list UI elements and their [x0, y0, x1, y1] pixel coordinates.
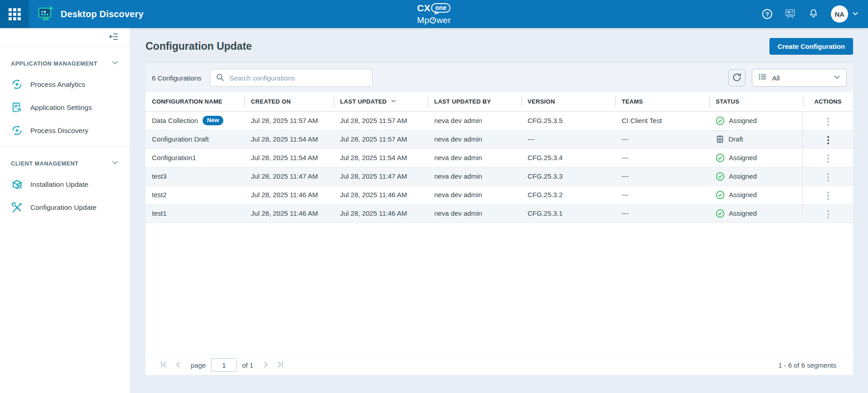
table-row[interactable]: test1Jul 28, 2025 11:46 AMJul 28, 2025 1… [146, 204, 853, 223]
configurations-table-panel: CONFIGURATION NAMECREATED ONLAST UPDATED… [146, 92, 853, 375]
previous-page-button[interactable] [171, 360, 185, 370]
check-circle-icon [716, 116, 725, 125]
row-actions-menu-button[interactable] [824, 134, 833, 147]
cell-created-on: Jul 28, 2025 11:46 AM [245, 185, 334, 204]
search-box [210, 69, 373, 87]
process-discovery-icon [11, 124, 23, 137]
cell-last-updated: Jul 28, 2025 11:46 AM [334, 204, 428, 223]
row-actions-menu-button[interactable] [824, 152, 833, 165]
cell-status: Draft [709, 130, 803, 148]
cell-last-updated: Jul 28, 2025 11:46 AM [334, 185, 428, 204]
notifications-bell-icon [808, 8, 819, 20]
chevron-down-icon [111, 159, 119, 168]
column-header-last-updated-by[interactable]: LAST UPDATED BY [428, 92, 521, 111]
search-input[interactable] [228, 74, 367, 82]
collapse-sidebar-icon [108, 31, 119, 43]
configuration-update-icon [11, 201, 23, 213]
row-actions-menu-button[interactable] [824, 115, 833, 128]
configurations-table: CONFIGURATION NAMECREATED ONLAST UPDATED… [146, 92, 853, 223]
new-badge: New [203, 116, 224, 125]
cell-actions [803, 111, 853, 130]
column-header-created-on[interactable]: CREATED ON [245, 92, 334, 111]
row-actions-menu-button[interactable] [824, 189, 833, 202]
cell-actions [803, 130, 853, 148]
desktop-discovery-logo-icon [36, 4, 56, 24]
logo-mpower-right: wer [437, 16, 451, 24]
refresh-icon [732, 72, 742, 84]
table-row[interactable]: Configuration DraftJul 28, 2025 11:54 AM… [146, 130, 853, 148]
pagination-bar: page of 1 1 - 6 of 6 segments [146, 355, 853, 375]
cell-status: Assigned [709, 185, 803, 204]
refresh-button[interactable] [728, 69, 745, 86]
column-header-configuration-name[interactable]: CONFIGURATION NAME [146, 92, 245, 111]
section-header-application-management[interactable]: APPLICATION MANAGEMENT [0, 54, 130, 73]
cell-status: Assigned [709, 111, 803, 130]
left-navigation-sidebar: APPLICATION MANAGEMENT [0, 28, 130, 393]
table-row[interactable]: Data CollectionNewJul 28, 2025 11:57 AMJ… [146, 111, 853, 130]
cell-version: CFG.25.3.2 [521, 185, 615, 204]
logo-one-bubble: one [431, 3, 451, 13]
create-configuration-button[interactable]: Create Configuration [769, 38, 853, 55]
cell-actions [803, 204, 853, 223]
cell-version: --- [521, 130, 615, 148]
cell-status: Assigned [709, 148, 803, 167]
user-menu-button[interactable] [852, 10, 859, 19]
toolbar-right: All [728, 69, 847, 87]
collapse-sidebar-button[interactable] [107, 30, 120, 44]
cell-last-updated: Jul 28, 2025 11:47 AM [334, 167, 428, 185]
cell-created-on: Jul 28, 2025 11:57 AM [245, 111, 334, 130]
table-row[interactable]: Configuration1Jul 28, 2025 11:54 AMJul 2… [146, 148, 853, 167]
check-circle-icon [716, 172, 725, 181]
cell-version: CFG.25.3.5 [521, 111, 615, 130]
cell-created-on: Jul 28, 2025 11:54 AM [245, 148, 334, 167]
sidebar-item-label: Process Discovery [30, 127, 88, 135]
page-header: Configuration Update Create Configuratio… [146, 36, 853, 56]
notifications-button[interactable] [808, 8, 819, 20]
sidebar-item-application-settings[interactable]: Application Settings [0, 96, 130, 119]
sidebar-item-process-discovery[interactable]: Process Discovery [0, 119, 130, 142]
table-row[interactable]: test3Jul 28, 2025 11:47 AMJul 28, 2025 1… [146, 167, 853, 185]
column-header-last-updated[interactable]: LAST UPDATED [334, 92, 428, 111]
cell-actions [803, 148, 853, 167]
header-actions: ? [762, 5, 859, 23]
previous-page-icon [174, 360, 183, 370]
column-header-status[interactable]: STATUS [709, 92, 803, 111]
column-header-actions[interactable]: ACTIONS [803, 92, 853, 111]
list-filter-icon [758, 72, 768, 84]
cell-actions [803, 185, 853, 204]
help-button[interactable]: ? [762, 9, 772, 19]
table-row[interactable]: test2Jul 28, 2025 11:46 AMJul 28, 2025 1… [146, 185, 853, 204]
cell-created-on: Jul 28, 2025 11:47 AM [245, 167, 334, 185]
column-header-version[interactable]: VERSION [521, 92, 615, 111]
user-avatar[interactable]: NA [831, 5, 848, 23]
row-actions-menu-button[interactable] [824, 171, 833, 184]
last-page-button[interactable] [273, 360, 288, 370]
results-range-label: 1 - 6 of 6 segments [778, 361, 836, 369]
sidebar-item-installation-update[interactable]: Installation Update [0, 173, 130, 196]
sidebar-item-process-analytics[interactable]: Process Analytics [0, 73, 130, 96]
cell-created-on: Jul 28, 2025 11:46 AM [245, 204, 334, 223]
cell-last-updated: Jul 28, 2025 11:57 AM [334, 130, 428, 148]
section-header-client-management[interactable]: CLIENT MANAGEMENT [0, 154, 130, 173]
next-page-button[interactable] [259, 360, 273, 370]
first-page-icon [159, 360, 168, 370]
check-circle-icon [716, 209, 725, 218]
app-launcher-button[interactable] [0, 0, 29, 28]
page-number-input[interactable] [211, 358, 236, 372]
sidebar-section-application-management: APPLICATION MANAGEMENT [0, 47, 130, 142]
top-header-bar: Desktop Discovery CX one Mp wer ? [0, 0, 868, 28]
cell-status: Assigned [709, 167, 803, 185]
cell-configuration-name: test1 [146, 204, 245, 223]
product-brand: Desktop Discovery [36, 4, 143, 24]
help-icon: ? [762, 9, 772, 19]
screen-share-button[interactable] [784, 8, 796, 21]
sidebar-item-configuration-update[interactable]: Configuration Update [0, 196, 130, 219]
first-page-button[interactable] [156, 360, 171, 370]
column-header-teams[interactable]: TEAMS [615, 92, 709, 111]
search-icon [216, 73, 224, 83]
page-of-label: of 1 [242, 361, 253, 369]
status-filter-dropdown[interactable]: All [752, 69, 847, 87]
cell-teams: CI Client Test [615, 111, 709, 130]
row-actions-menu-button[interactable] [824, 208, 833, 221]
section-label: APPLICATION MANAGEMENT [11, 61, 97, 67]
